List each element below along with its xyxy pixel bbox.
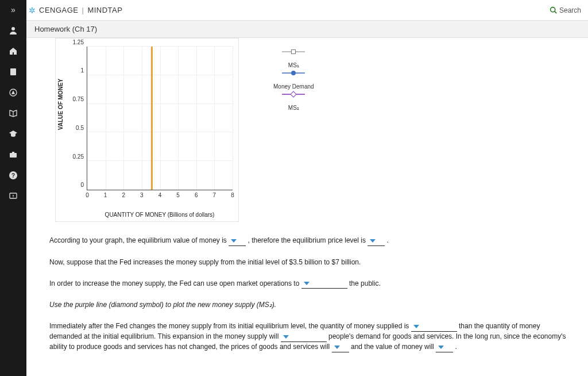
- svg-point-8: [551, 7, 555, 12]
- legend-tool-square[interactable]: [282, 49, 305, 54]
- ms1-line[interactable]: [151, 47, 153, 190]
- search[interactable]: Search: [550, 6, 581, 14]
- svg-text:?: ?: [11, 172, 15, 179]
- brand-cengage: CENGAGE: [39, 6, 79, 14]
- chart[interactable]: VALUE OF MONEY 0 0.25 0.5 0.75 1 1.25 0 …: [55, 38, 239, 222]
- y-axis-label: VALUE OF MONEY: [57, 79, 64, 130]
- svg-point-0: [11, 27, 15, 30]
- svg-rect-3: [10, 153, 17, 158]
- help-icon[interactable]: ?: [8, 170, 18, 181]
- dropdown-prices[interactable]: [332, 342, 349, 352]
- brand-mindtap: MINDTAP: [87, 6, 122, 14]
- briefcase-icon[interactable]: [8, 149, 18, 160]
- search-label: Search: [559, 6, 581, 14]
- x-axis-label: QUANTITY OF MONEY (Billions of dollars): [87, 212, 233, 218]
- legend-ms1[interactable]: MS₁: [282, 62, 305, 75]
- main-content: VALUE OF MONEY 0 0.25 0.5 0.75 1 1.25 0 …: [26, 38, 588, 376]
- top-bar: ✲ CENGAGE | MINDTAP Search: [0, 0, 588, 21]
- svg-rect-4: [12, 152, 14, 153]
- subheader: Homework (Ch 17): [26, 21, 588, 38]
- legend-money-demand[interactable]: Money Demand: [273, 83, 314, 97]
- book-icon[interactable]: [8, 67, 18, 77]
- dropdown-price-level[interactable]: [368, 236, 385, 246]
- brand-logo-icon: ✲: [29, 6, 36, 15]
- question-body: According to your graph, the equilibrium…: [49, 236, 571, 352]
- page-title: Homework (Ch 17): [34, 25, 97, 33]
- brand: ✲ CENGAGE | MINDTAP: [29, 6, 122, 15]
- dropdown-eq-value[interactable]: [229, 236, 246, 246]
- dropdown-demand[interactable]: [281, 332, 327, 342]
- plot-area[interactable]: 0 0.25 0.5 0.75 1 1.25 0 1 2 3 4 5 6 7 8: [87, 47, 233, 190]
- legend-ms2[interactable]: MS₂: [288, 105, 299, 111]
- search-icon: [550, 6, 557, 14]
- svg-rect-1: [10, 68, 16, 75]
- dropdown-value[interactable]: [436, 342, 453, 352]
- home-icon[interactable]: [8, 46, 18, 56]
- left-sidebar: » ?: [0, 0, 26, 376]
- dropdown-qs[interactable]: [411, 321, 457, 332]
- legend: MS₁ Money Demand MS₂: [273, 38, 314, 222]
- feedback-icon[interactable]: [8, 191, 18, 201]
- dropdown-omo[interactable]: [301, 279, 347, 289]
- open-book-icon[interactable]: [8, 108, 18, 118]
- brand-divider: |: [82, 6, 84, 14]
- compass-icon[interactable]: [8, 87, 18, 98]
- user-icon[interactable]: [8, 25, 18, 36]
- grad-cap-icon[interactable]: [8, 129, 18, 139]
- expand-icon[interactable]: »: [8, 5, 18, 15]
